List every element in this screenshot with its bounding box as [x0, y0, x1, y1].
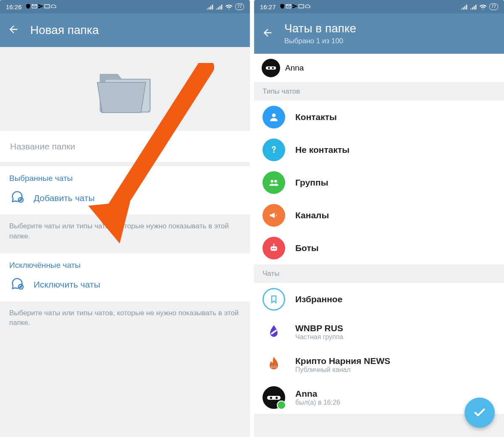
svg-point-4: [272, 67, 274, 69]
status-bar: 16:26 77: [0, 0, 250, 13]
svg-point-3: [268, 67, 270, 69]
groups-icon: [262, 171, 285, 194]
bookmark-icon: [262, 288, 285, 311]
chat-subtitle: Частная группа: [295, 333, 344, 341]
non-contacts-icon: [262, 139, 285, 161]
wifi-icon: [479, 4, 487, 10]
back-button[interactable]: [262, 27, 273, 40]
chat-type-label: Боты: [295, 243, 319, 253]
chat-avatar-icon: [262, 353, 285, 376]
selected-chip-label: Anna: [285, 63, 304, 73]
svg-point-8: [274, 180, 277, 183]
wifi-icon: [225, 4, 233, 10]
svg-point-12: [273, 243, 274, 245]
folder-illustration: [0, 47, 250, 131]
chat-subtitle: Публичный канал: [295, 366, 390, 374]
status-cloud-icon: [304, 3, 311, 10]
chat-type-channels[interactable]: Каналы: [254, 199, 504, 232]
excluded-title: Исключённые чаты: [9, 261, 241, 270]
page-title: Новая папка: [30, 24, 99, 37]
chat-type-bots[interactable]: Боты: [254, 232, 504, 264]
page-subtitle: Выбрано 1 из 100: [284, 37, 356, 45]
chat-row[interactable]: WNBP RUSЧастная группа: [254, 316, 504, 348]
status-mail-icon: [31, 3, 38, 10]
chat-type-label: Контакты: [295, 112, 337, 122]
chat-row[interactable]: Избранное: [254, 283, 504, 316]
svg-point-5: [272, 113, 276, 117]
chat-type-groups[interactable]: Группы: [254, 166, 504, 199]
page-title: Чаты в папке: [284, 22, 356, 35]
status-shield-icon: [279, 3, 285, 10]
chat-avatar-icon: [262, 321, 285, 343]
status-bar: 16:27 77: [254, 0, 504, 13]
svg-rect-2: [266, 66, 276, 69]
chat-type-label: Каналы: [295, 210, 329, 220]
folder-name-field-row: [0, 131, 250, 162]
status-mail2-icon: [44, 3, 50, 10]
svg-point-19: [270, 397, 272, 399]
svg-point-20: [276, 397, 278, 399]
excluded-helper-text: Выберите чаты или типы чатов, которые не…: [0, 301, 250, 340]
battery-pill: 77: [489, 3, 498, 10]
signal2-icon: [216, 4, 223, 10]
chat-name: Anna: [295, 389, 340, 399]
status-time: 16:26: [6, 3, 22, 10]
app-bar: Новая папка: [0, 13, 250, 47]
status-mail2-icon: [298, 3, 304, 10]
svg-point-16: [275, 366, 276, 368]
status-send-icon: [292, 3, 298, 10]
section-excluded: Исключённые чаты Исключить чаты: [0, 253, 250, 301]
signal-icon: [461, 4, 467, 10]
contacts-icon: [262, 106, 285, 128]
chat-row[interactable]: Крипто Нарния NEWSПубличный канал: [254, 348, 504, 381]
confirm-fab[interactable]: [465, 398, 495, 428]
svg-rect-9: [270, 246, 277, 251]
svg-point-7: [270, 180, 273, 183]
chat-type-label: Не контакты: [295, 145, 349, 155]
back-button[interactable]: [8, 24, 19, 37]
exclude-chats-label: Исключить чаты: [34, 280, 100, 290]
included-title: Выбранные чаты: [9, 174, 241, 183]
status-send-icon: [38, 3, 44, 10]
chat-type-contacts[interactable]: Контакты: [254, 101, 504, 133]
avatar-anna-icon: [262, 59, 280, 77]
bots-icon: [262, 237, 285, 259]
section-header-types: Типы чатов: [254, 82, 504, 101]
app-bar: Чаты в папке Выбрано 1 из 100: [254, 13, 504, 54]
add-chats-button[interactable]: Добавить чаты: [9, 183, 241, 213]
exclude-chats-button[interactable]: Исключить чаты: [9, 270, 241, 300]
section-included: Выбранные чаты Добавить чаты: [0, 166, 250, 215]
status-mail-icon: [285, 3, 292, 10]
svg-point-6: [273, 152, 274, 153]
svg-point-10: [272, 248, 273, 249]
folder-name-input[interactable]: [9, 141, 242, 152]
chat-type-non-contacts[interactable]: Не контакты: [254, 133, 504, 166]
svg-point-11: [274, 248, 276, 249]
chat-name: Избранное: [295, 294, 342, 304]
included-helper-text: Выберите чаты или типы чатов, которые ну…: [0, 215, 250, 253]
add-chat-icon: [10, 190, 24, 206]
chat-type-label: Группы: [295, 178, 328, 188]
exclude-chat-icon: [10, 277, 24, 293]
online-badge-icon: [277, 400, 286, 410]
add-chats-label: Добавить чаты: [34, 193, 95, 203]
chat-name: WNBP RUS: [295, 323, 344, 333]
status-cloud-icon: [50, 3, 57, 10]
check-icon: [473, 406, 486, 419]
chat-name: Крипто Нарния NEWS: [295, 356, 390, 366]
phone-chats-in-folder: 16:27 77 Чаты в папке Выбрано 1 из 100: [254, 0, 504, 437]
status-time: 16:27: [260, 3, 276, 10]
selected-chip[interactable]: Anna: [254, 54, 504, 82]
svg-point-15: [272, 366, 273, 368]
phone-new-folder: 16:26 77 Новая папка: [0, 0, 250, 437]
section-header-chats: Чаты: [254, 264, 504, 283]
signal-icon: [207, 4, 213, 10]
svg-rect-18: [267, 396, 281, 400]
signal2-icon: [470, 4, 477, 10]
battery-pill: 77: [235, 3, 244, 10]
chat-subtitle: был(а) в 16:26: [295, 399, 340, 406]
status-shield-icon: [25, 3, 31, 10]
channels-icon: [262, 204, 285, 227]
